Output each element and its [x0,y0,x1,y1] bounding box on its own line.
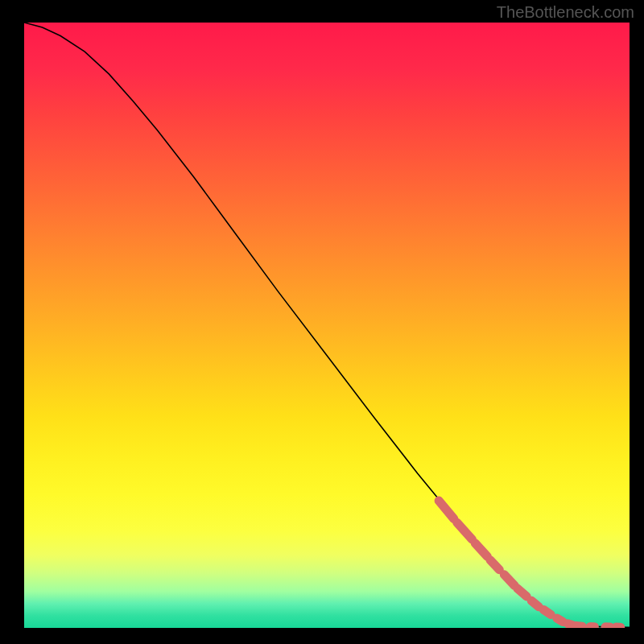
highlight-segment [557,618,564,622]
highlighted-segments [439,501,621,627]
watermark-text: TheBottleneck.com [497,3,634,22]
highlight-segment [490,560,499,570]
highlight-segment [576,625,583,626]
highlight-segment [531,601,539,607]
chart-plot-area [24,23,630,628]
highlight-segment [457,522,473,539]
highlight-segment [439,501,454,519]
main-curve [24,23,630,627]
chart-svg [24,23,630,628]
highlight-segment [504,575,514,586]
highlight-segment [568,624,572,625]
highlight-segment [475,543,487,557]
highlight-segment [518,588,526,597]
highlight-segment [543,609,551,614]
